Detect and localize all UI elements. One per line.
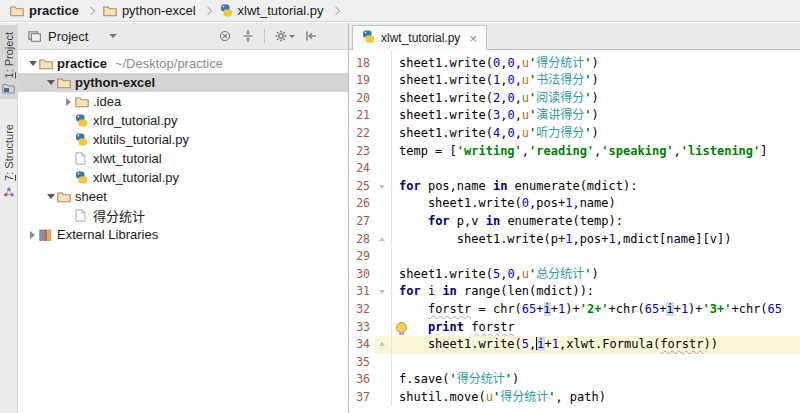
- file-icon: [75, 209, 93, 222]
- gutter-fold-strip: [375, 319, 392, 337]
- code-line[interactable]: 35: [349, 354, 800, 372]
- code-line[interactable]: 23temp = ['writing','reading','speaking'…: [349, 143, 800, 161]
- code-token: ): [592, 126, 599, 140]
- fold-marker-icon[interactable]: [379, 342, 385, 346]
- code-line[interactable]: 34 sheet1.write(5,i+1,xlwt.Formula(forst…: [349, 336, 800, 354]
- code-line-text: sheet1.write(p+1,pos+1,mdict[name][v]): [392, 231, 800, 249]
- code-line[interactable]: 18sheet1.write(0,0,u'得分统计'): [349, 55, 800, 73]
- code-token: sheet1.write(: [399, 108, 493, 122]
- python-icon: [75, 133, 93, 146]
- line-number[interactable]: 31: [349, 283, 375, 301]
- tree-item-label: sheet: [75, 189, 107, 204]
- code-line[interactable]: 33 print forstr: [349, 319, 800, 337]
- fold-marker-icon[interactable]: [379, 237, 385, 241]
- line-number[interactable]: 21: [349, 107, 375, 125]
- line-number[interactable]: 35: [349, 354, 375, 372]
- breadcrumb-item[interactable]: xlwt_tutorial.py: [220, 3, 324, 18]
- expand-arrow-icon[interactable]: [26, 61, 39, 66]
- expand-arrow-icon[interactable]: [44, 194, 57, 199]
- tool-tab-project[interactable]: 1: Project: [0, 25, 17, 99]
- line-number[interactable]: 33: [349, 319, 375, 337]
- code-token: i: [544, 302, 551, 316]
- editor: xlwt_tutorial.py × 1718sheet1.write(0,0,…: [349, 23, 800, 413]
- line-number[interactable]: 24: [349, 160, 375, 178]
- line-number[interactable]: 30: [349, 266, 375, 284]
- breadcrumb-label: practice: [29, 3, 79, 18]
- line-number[interactable]: 28: [349, 231, 375, 249]
- line-number[interactable]: 32: [349, 301, 375, 319]
- line-number[interactable]: 36: [349, 371, 375, 389]
- code-line-text: for pos,name in enumerate(mdict):: [392, 178, 800, 196]
- gutter-fold-strip: [375, 266, 392, 284]
- fold-marker-icon[interactable]: [379, 290, 385, 294]
- expand-arrow-icon[interactable]: [26, 231, 39, 239]
- tool-tab-structure[interactable]: 7: Structure: [0, 117, 17, 203]
- close-icon[interactable]: ×: [469, 32, 477, 45]
- line-number[interactable]: 29: [349, 248, 375, 266]
- code-line[interactable]: 26 sheet1.write(0,pos+1,name): [349, 195, 800, 213]
- intention-bulb-icon[interactable]: [396, 322, 407, 333]
- collapse-all-icon[interactable]: [241, 29, 255, 43]
- tree-row[interactable]: xlrd_tutorial.py: [18, 111, 348, 130]
- settings-icon[interactable]: [274, 29, 295, 43]
- line-number[interactable]: 19: [349, 72, 375, 90]
- line-number[interactable]: 22: [349, 125, 375, 143]
- code-line[interactable]: 25for pos,name in enumerate(mdict):: [349, 178, 800, 196]
- editor-tab[interactable]: xlwt_tutorial.py ×: [352, 25, 487, 50]
- code-line[interactable]: 24: [349, 160, 800, 178]
- line-number[interactable]: 25: [349, 178, 375, 196]
- code-line[interactable]: 32 forstr = chr(65+i+1)+'2+'+chr(65+i+1)…: [349, 301, 800, 319]
- line-number[interactable]: 34: [349, 336, 375, 354]
- tree-row[interactable]: python-excel: [18, 73, 348, 92]
- fold-marker-icon[interactable]: [379, 185, 385, 189]
- code-line[interactable]: 21sheet1.write(3,0,u'演讲得分'): [349, 107, 800, 125]
- code-token: print: [428, 320, 464, 334]
- breadcrumb-item[interactable]: practice: [10, 3, 79, 18]
- code-token: ': [584, 73, 591, 87]
- code-token: '3+': [703, 302, 732, 316]
- code-token: sheet1.write(: [399, 91, 493, 105]
- hide-icon[interactable]: [304, 29, 318, 43]
- tree-row[interactable]: sheet: [18, 187, 348, 206]
- code-line[interactable]: 28 sheet1.write(p+1,pos+1,mdict[name][v]…: [349, 231, 800, 249]
- gutter-fold-strip: [375, 336, 392, 354]
- tree-row[interactable]: xlwt_tutorial.py: [18, 168, 348, 187]
- code-line[interactable]: 36f.save('得分统计'): [349, 371, 800, 389]
- chevron-down-icon[interactable]: [109, 34, 117, 38]
- code-token: 1: [552, 337, 559, 351]
- breadcrumb-item[interactable]: python-excel: [103, 3, 196, 18]
- code-line[interactable]: 31for i in range(len(mdict)):: [349, 283, 800, 301]
- tree-row[interactable]: 得分统计: [18, 206, 348, 225]
- line-number[interactable]: 27: [349, 213, 375, 231]
- code-line[interactable]: 27 for p,v in enumerate(temp):: [349, 213, 800, 231]
- code-line[interactable]: 30sheet1.write(5,0,u'总分统计'): [349, 266, 800, 284]
- line-number[interactable]: 37: [349, 389, 375, 407]
- code-line[interactable]: 22sheet1.write(4,0,u'听力得分'): [349, 125, 800, 143]
- gutter-fold-strip: [375, 90, 392, 108]
- project-panel-header: Project: [18, 23, 348, 50]
- code-line[interactable]: 37shutil.move(u'得分统计', path): [349, 389, 800, 407]
- code-token: u: [522, 267, 529, 281]
- tree-row[interactable]: practice~/Desktop/practice: [18, 54, 348, 73]
- expand-arrow-icon[interactable]: [44, 80, 57, 85]
- line-number[interactable]: 26: [349, 195, 375, 213]
- tool-tab-label: 7: Structure: [3, 124, 15, 181]
- tree-row[interactable]: External Libraries: [18, 225, 348, 244]
- code-token: 65: [522, 302, 536, 316]
- locate-icon[interactable]: [218, 29, 232, 43]
- line-number[interactable]: 20: [349, 90, 375, 108]
- code-line[interactable]: 29: [349, 248, 800, 266]
- tree-row[interactable]: xlwt_tutorial: [18, 149, 348, 168]
- line-number[interactable]: 23: [349, 143, 375, 161]
- line-number[interactable]: 18: [349, 55, 375, 73]
- tree-row[interactable]: xlutils_tutorial.py: [18, 130, 348, 149]
- tree-item-label: .idea: [93, 94, 121, 109]
- tree-row[interactable]: .idea: [18, 92, 348, 111]
- code-line[interactable]: 19sheet1.write(1,0,u'书法得分'): [349, 72, 800, 90]
- code-area[interactable]: 1718sheet1.write(0,0,u'得分统计')19sheet1.wr…: [349, 50, 800, 413]
- code-token: 65: [645, 302, 659, 316]
- expand-arrow-icon[interactable]: [62, 98, 75, 106]
- code-line[interactable]: 20sheet1.write(2,0,u'阅读得分'): [349, 90, 800, 108]
- code-token: i: [666, 302, 673, 316]
- code-line-text: for p,v in enumerate(temp):: [392, 213, 800, 231]
